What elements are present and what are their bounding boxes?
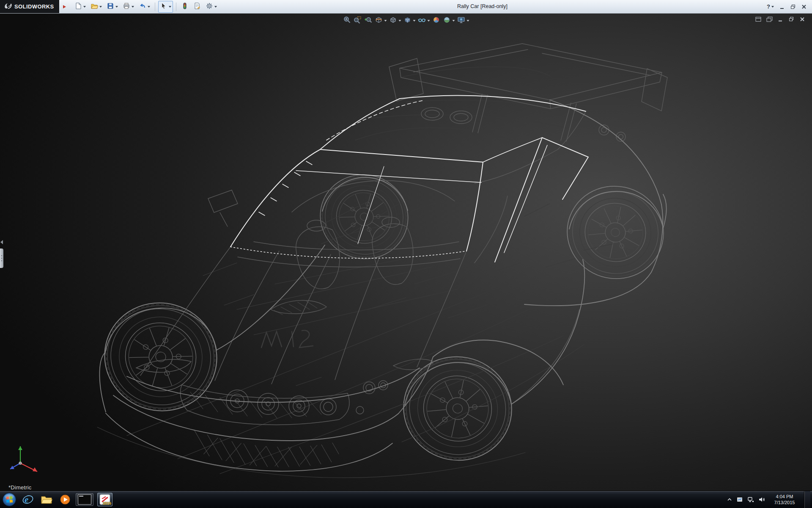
section-view-button[interactable] (374, 15, 388, 26)
chevron-up-icon (727, 497, 732, 502)
zoom-to-fit-icon (343, 16, 351, 26)
solidworks-brand-label: SOLIDWORKS (14, 3, 54, 10)
display-style-button[interactable] (403, 15, 417, 26)
taskbar-internet-explorer-button[interactable]: e (19, 491, 37, 508)
svg-text:e: e (25, 494, 28, 505)
titlebar-controls: ? (765, 0, 809, 13)
help-caret-icon (771, 6, 774, 8)
file-properties-icon (193, 2, 201, 11)
wireframe-car-model[interactable] (0, 13, 812, 491)
doc-minimize-icon (777, 17, 783, 22)
select-caret-icon (169, 6, 171, 8)
save-button[interactable] (105, 1, 120, 13)
help-button[interactable]: ? (765, 3, 776, 10)
graphics-viewport[interactable]: *Dimetric (0, 13, 812, 491)
view-orientation-label: *Dimetric (8, 484, 32, 491)
volume-icon (758, 496, 765, 503)
view-settings-caret-icon (467, 20, 469, 22)
start-button[interactable] (0, 491, 19, 508)
previous-view-button[interactable] (363, 15, 373, 26)
solidworks-version-badge: 2015 (103, 501, 111, 505)
taskbar-media-player-button[interactable] (56, 491, 74, 508)
document-title: Rally Car [Read-only] (457, 0, 508, 13)
menu-flyout-icon[interactable] (62, 4, 67, 9)
cascade-window-icon (766, 17, 773, 22)
undo-caret-icon (148, 6, 150, 8)
options-gear-icon (206, 2, 213, 11)
taskbar-clock[interactable]: 4:04 PM 7/13/2015 (769, 494, 800, 505)
doc-restore-button[interactable] (787, 16, 795, 22)
rebuild-button[interactable] (179, 1, 190, 13)
view-settings-icon (457, 16, 466, 26)
internet-explorer-icon: e (22, 494, 34, 505)
options-button[interactable] (204, 1, 219, 13)
app-titlebar: SOLIDWORKS (0, 0, 812, 14)
featuremanager-collapse-arrow-icon (0, 240, 3, 244)
hide-show-caret-icon (428, 20, 430, 22)
orientation-triad[interactable] (6, 441, 47, 477)
clock-time: 4:04 PM (769, 494, 800, 500)
close-icon (801, 4, 807, 10)
tile-window-icon (755, 17, 762, 22)
doc-minimize-button[interactable] (776, 16, 784, 22)
open-folder-icon (91, 2, 98, 11)
save-floppy-icon (107, 2, 114, 11)
zoom-to-area-icon (354, 16, 362, 26)
folder-icon (41, 494, 52, 505)
undo-arrow-icon (139, 2, 146, 11)
featuremanager-splitter-handle[interactable] (0, 248, 3, 268)
display-style-caret-icon (413, 20, 416, 22)
print-button[interactable] (121, 1, 136, 13)
apply-scene-button[interactable] (442, 15, 456, 26)
doc-close-icon (799, 17, 805, 22)
file-properties-button[interactable] (192, 1, 203, 13)
undo-button[interactable] (137, 1, 152, 13)
new-document-caret-icon (83, 6, 86, 8)
toolbar-separator (176, 3, 176, 11)
hide-show-glasses-icon (418, 16, 426, 26)
resource-monitor-icon (736, 496, 743, 503)
edit-appearance-ball-icon (432, 16, 441, 26)
solidworks-menu-logo[interactable]: SOLIDWORKS (0, 0, 59, 13)
taskbar-command-prompt-button[interactable] (74, 491, 95, 508)
hidden-icons-button[interactable] (727, 497, 732, 502)
new-document-icon (74, 2, 82, 11)
app-minimize-button[interactable] (777, 3, 787, 11)
view-orientation-button[interactable] (388, 15, 402, 26)
hide-show-items-button[interactable] (417, 15, 431, 26)
minimize-icon (779, 4, 785, 10)
doc-close-button[interactable] (798, 16, 806, 22)
tray-network-button[interactable] (747, 496, 754, 503)
options-caret-icon (214, 6, 217, 8)
new-document-button[interactable] (73, 1, 88, 13)
edit-appearance-button[interactable] (431, 15, 442, 26)
windows-start-orb-icon (2, 492, 17, 507)
taskbar-solidworks-button[interactable]: 2015 (95, 491, 115, 508)
zoom-to-fit-button[interactable] (342, 15, 352, 26)
select-tool-button[interactable] (158, 1, 173, 13)
taskbar-file-explorer-button[interactable] (37, 491, 56, 508)
apply-scene-globe-icon (443, 16, 451, 26)
view-settings-button[interactable] (456, 15, 470, 26)
view-orientation-caret-icon (399, 20, 401, 22)
open-caret-icon (99, 6, 102, 8)
media-player-icon (60, 494, 71, 505)
doc-tile-window-button[interactable] (754, 16, 762, 22)
app-close-button[interactable] (799, 3, 809, 11)
section-view-caret-icon (384, 20, 387, 22)
zoom-to-area-button[interactable] (353, 15, 363, 26)
show-desktop-button[interactable] (804, 491, 810, 508)
doc-cascade-window-button[interactable] (765, 16, 773, 22)
network-icon (747, 496, 754, 503)
tray-volume-button[interactable] (758, 496, 765, 503)
toolbar-separator (155, 3, 155, 11)
app-restore-button[interactable] (788, 3, 798, 11)
rebuild-stoplight-icon (181, 2, 189, 11)
section-view-icon (375, 16, 383, 26)
headsup-view-toolbar (342, 15, 470, 26)
apply-scene-caret-icon (453, 20, 455, 22)
tray-resource-monitor-button[interactable] (736, 496, 743, 503)
open-button[interactable] (89, 1, 104, 13)
display-style-icon (403, 16, 412, 26)
select-cursor-icon (160, 2, 167, 11)
